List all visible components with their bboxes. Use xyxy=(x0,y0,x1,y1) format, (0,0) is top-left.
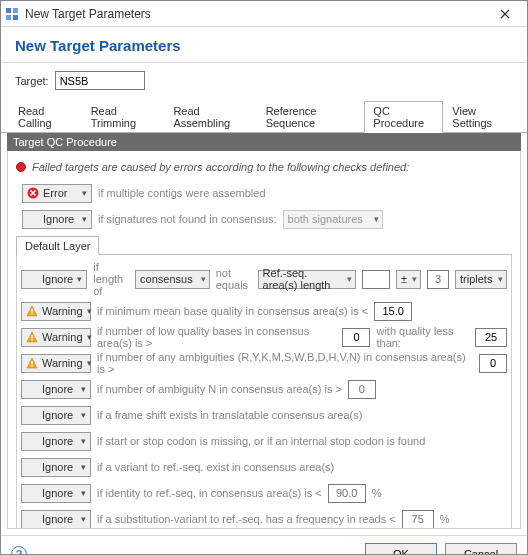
chevron-down-icon: ▾ xyxy=(412,274,417,284)
unit-combo[interactable]: triplets▾ xyxy=(455,270,507,289)
pm-combo[interactable]: ±▾ xyxy=(396,270,421,289)
severity-select[interactable]: Ignore ▾ xyxy=(21,270,87,289)
chevron-down-icon: ▾ xyxy=(87,358,92,368)
chevron-down-icon: ▾ xyxy=(81,462,86,472)
check-multiple-contigs: Error ▾ if multiple contigs were assembl… xyxy=(16,181,512,205)
mean-quality-input[interactable] xyxy=(374,302,412,321)
length-value-input[interactable] xyxy=(362,270,390,289)
chevron-down-icon: ▾ xyxy=(87,306,92,316)
severity-select[interactable]: Ignore ▾ xyxy=(21,406,91,425)
severity-select[interactable]: Ignore ▾ xyxy=(21,432,91,451)
severity-select[interactable]: Warning ▾ xyxy=(21,354,91,373)
svg-rect-1 xyxy=(13,8,18,13)
severity-select[interactable]: Ignore ▾ xyxy=(21,484,91,503)
severity-select[interactable]: Ignore ▾ xyxy=(21,380,91,399)
check-text: if signatures not found in consensus: xyxy=(98,213,277,225)
check-identity: Ignore ▾ if identity to ref.-seq. in con… xyxy=(21,481,507,505)
check-text: if multiple contigs were assembled xyxy=(98,187,266,199)
chevron-down-icon: ▾ xyxy=(77,274,82,284)
svg-rect-10 xyxy=(31,365,32,366)
check-ambiguities: Warning ▾ if number of any ambiguities (… xyxy=(21,351,507,375)
chevron-down-icon: ▾ xyxy=(201,274,206,284)
chevron-down-icon: ▾ xyxy=(81,384,86,394)
subst-freq-input[interactable] xyxy=(402,510,434,529)
error-icon xyxy=(27,187,39,199)
layer-tabs: Default Layer Ignore ▾ if length of cons… xyxy=(16,235,512,529)
svg-rect-7 xyxy=(31,335,32,339)
check-variant: Ignore ▾ if a variant to ref.-seq. exist… xyxy=(21,455,507,479)
severity-select[interactable]: Ignore ▾ xyxy=(22,210,92,229)
ambig-n-input[interactable] xyxy=(348,380,376,399)
section-header: Target QC Procedure xyxy=(7,133,521,151)
check-length: Ignore ▾ if length of consensus▾ not equ… xyxy=(21,261,507,297)
lowq-thresh-input[interactable] xyxy=(475,328,507,347)
warning-icon xyxy=(26,357,38,369)
severity-select[interactable]: Warning ▾ xyxy=(21,328,91,347)
check-signatures: Ignore ▾ if signatures not found in cons… xyxy=(16,207,512,231)
app-icon xyxy=(5,7,19,21)
signatures-combo[interactable]: both signatures ▾ xyxy=(283,210,383,229)
target-input[interactable] xyxy=(55,71,145,90)
combo-value: both signatures xyxy=(288,213,363,225)
warning-icon xyxy=(26,305,38,317)
page-heading: New Target Parameters xyxy=(1,27,527,60)
check-low-quality-bases: Warning ▾ if number of low quality bases… xyxy=(21,325,507,349)
check-mean-base-quality: Warning ▾ if minimum mean base quality i… xyxy=(21,299,507,323)
severity-select[interactable]: Ignore ▾ xyxy=(21,510,91,529)
tab-view-settings[interactable]: View Settings xyxy=(443,101,519,133)
severity-label: Error xyxy=(43,187,78,199)
lowq-count-input[interactable] xyxy=(342,328,370,347)
tab-default-layer[interactable]: Default Layer xyxy=(16,236,99,255)
intro-text: Failed targets are caused by errors acco… xyxy=(32,161,409,173)
svg-rect-8 xyxy=(31,339,32,340)
tab-reference-sequence[interactable]: Reference Sequence xyxy=(257,101,365,133)
equals-combo[interactable]: Ref.-seq. area(s) length▾ xyxy=(258,270,356,289)
check-frame-shift: Ignore ▾ if a frame shift exists in tran… xyxy=(21,403,507,427)
ambig-count-input[interactable] xyxy=(479,354,507,373)
chevron-down-icon: ▾ xyxy=(81,514,86,524)
tab-qc-procedure[interactable]: QC Procedure xyxy=(364,101,443,133)
svg-rect-2 xyxy=(6,15,11,20)
tab-read-trimming[interactable]: Read Trimming xyxy=(82,101,165,133)
warning-icon xyxy=(26,331,38,343)
tab-read-calling[interactable]: Read Calling xyxy=(9,101,82,133)
ok-button[interactable]: OK xyxy=(365,543,437,556)
window-title: New Target Parameters xyxy=(25,7,489,21)
severity-select[interactable]: Warning ▾ xyxy=(21,302,91,321)
chevron-down-icon: ▾ xyxy=(81,410,86,420)
tab-read-assembling[interactable]: Read Assembling xyxy=(164,101,256,133)
layer-body: Ignore ▾ if length of consensus▾ not equ… xyxy=(16,255,512,529)
svg-rect-3 xyxy=(13,15,18,20)
main-tabs: Read Calling Read Trimming Read Assembli… xyxy=(1,100,527,133)
chevron-down-icon: ▾ xyxy=(87,332,92,342)
target-row: Target: xyxy=(1,71,527,96)
svg-rect-6 xyxy=(31,313,32,314)
qc-panel: Failed targets are caused by errors acco… xyxy=(7,151,521,529)
title-bar: New Target Parameters xyxy=(1,1,527,27)
identity-input[interactable] xyxy=(328,484,366,503)
chevron-down-icon: ▾ xyxy=(81,488,86,498)
chevron-down-icon: ▾ xyxy=(374,214,379,224)
chevron-down-icon: ▾ xyxy=(498,274,503,284)
close-button[interactable] xyxy=(489,3,521,25)
chevron-down-icon: ▾ xyxy=(82,188,87,198)
help-icon[interactable]: ? xyxy=(11,546,27,556)
svg-rect-5 xyxy=(31,309,32,313)
divider xyxy=(1,62,527,63)
blank-icon xyxy=(27,213,39,225)
check-substitution-variant: Ignore ▾ if a substitution-variant to re… xyxy=(21,507,507,529)
tolerance-input[interactable] xyxy=(427,270,449,289)
svg-rect-9 xyxy=(31,361,32,365)
severity-select[interactable]: Ignore ▾ xyxy=(21,458,91,477)
chevron-down-icon: ▾ xyxy=(81,436,86,446)
cancel-button[interactable]: Cancel xyxy=(445,543,517,556)
length-of-combo[interactable]: consensus▾ xyxy=(135,270,210,289)
severity-select[interactable]: Error ▾ xyxy=(22,184,92,203)
severity-label: Ignore xyxy=(43,213,78,225)
check-ambiguity-n: Ignore ▾ if number of ambiguity N in con… xyxy=(21,377,507,401)
target-label: Target: xyxy=(15,75,49,87)
dialog-footer: ? OK Cancel xyxy=(1,535,527,555)
chevron-down-icon: ▾ xyxy=(347,274,352,284)
check-stop-codon: Ignore ▾ if start or stop codon is missi… xyxy=(21,429,507,453)
error-dot-icon xyxy=(16,162,26,172)
